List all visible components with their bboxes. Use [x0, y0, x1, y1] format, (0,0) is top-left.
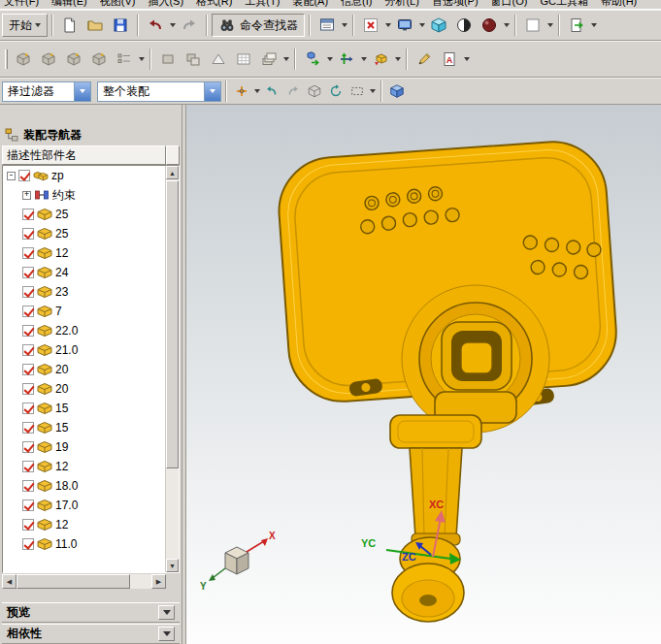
- checkbox-checked[interactable]: [22, 325, 34, 337]
- tree-label[interactable]: 12: [55, 518, 68, 531]
- menu-preferences[interactable]: 首选项(P): [432, 0, 479, 9]
- scroll-thumb[interactable]: [17, 574, 130, 589]
- open-file-button[interactable]: [83, 13, 108, 38]
- scroll-right-icon[interactable]: ▶: [151, 574, 166, 589]
- selection-scope-combo[interactable]: 整个装配: [97, 81, 221, 102]
- component-list-button[interactable]: [112, 47, 137, 72]
- tree-row[interactable]: 24: [3, 263, 165, 282]
- tree-row[interactable]: 12: [3, 243, 165, 263]
- tree-label[interactable]: 15: [55, 402, 68, 415]
- checkbox-checked[interactable]: [22, 209, 34, 220]
- menu-tools[interactable]: 工具(T): [245, 0, 280, 9]
- tree-vertical-scrollbar[interactable]: ▲ ▼: [165, 166, 179, 572]
- datum-plane-button[interactable]: [206, 47, 231, 72]
- menu-format[interactable]: 格式(R): [196, 0, 232, 9]
- menu-view[interactable]: 视图(V): [100, 0, 136, 9]
- move-component-button[interactable]: [334, 47, 359, 72]
- wireframe-cube-button[interactable]: [304, 80, 325, 102]
- render-style-button[interactable]: [451, 13, 477, 38]
- tree-label[interactable]: 19: [55, 440, 68, 454]
- add-component-button[interactable]: [300, 47, 325, 72]
- checkbox-checked[interactable]: [22, 383, 34, 395]
- column-header-part-name[interactable]: 描述性部件名: [2, 145, 166, 165]
- tree-label[interactable]: 25: [55, 208, 68, 221]
- selection-filter-dropdown[interactable]: [74, 82, 90, 101]
- snap-point-dropdown[interactable]: [252, 79, 261, 104]
- tree-row[interactable]: 21.0: [3, 340, 165, 360]
- show-component-button[interactable]: [61, 47, 86, 72]
- viewport-canvas[interactable]: XC YC ZC X Y: [186, 105, 661, 644]
- checkbox-checked[interactable]: [22, 286, 34, 298]
- preview-expand-button[interactable]: [158, 605, 175, 620]
- rectangle-select-button[interactable]: [347, 80, 368, 102]
- undo-button[interactable]: [143, 13, 168, 38]
- display-window-button[interactable]: [392, 13, 417, 38]
- empty-style-dropdown[interactable]: [545, 13, 554, 38]
- tree-row[interactable]: 22.0: [3, 321, 165, 340]
- tree-row-root[interactable]: - zp: [3, 166, 165, 185]
- menu-assembly[interactable]: 装配(A): [292, 0, 328, 9]
- tree-row[interactable]: 12: [3, 515, 165, 534]
- rectangle-select-dropdown[interactable]: [368, 79, 377, 104]
- shaded-view-button[interactable]: [426, 13, 451, 38]
- find-component-button[interactable]: [11, 47, 36, 72]
- tree-label[interactable]: 18.0: [55, 479, 78, 493]
- tree-label[interactable]: 24: [55, 266, 68, 279]
- menu-file[interactable]: 文件(F): [4, 0, 39, 9]
- tree-row[interactable]: 7: [3, 302, 165, 321]
- save-button[interactable]: [108, 13, 133, 38]
- tree-row-constraints[interactable]: + 约束: [3, 185, 165, 205]
- close-view-button[interactable]: [358, 13, 383, 38]
- menu-help[interactable]: 帮助(H): [601, 0, 637, 9]
- new-file-button[interactable]: [57, 13, 83, 38]
- tree-row[interactable]: 15: [3, 399, 165, 418]
- tree-horizontal-scrollbar[interactable]: ◀ ▶: [2, 574, 180, 589]
- checkbox-checked[interactable]: [22, 499, 34, 511]
- checkbox-checked[interactable]: [22, 538, 34, 550]
- tree-label[interactable]: 11.0: [55, 537, 77, 551]
- exploded-view-button[interactable]: [155, 47, 181, 72]
- display-window-dropdown[interactable]: [417, 13, 426, 38]
- annotation-button[interactable]: A: [437, 47, 462, 72]
- tree-label-constraints[interactable]: 约束: [52, 187, 76, 204]
- graphics-viewport[interactable]: XC YC ZC X Y: [186, 105, 661, 644]
- component-list-dropdown[interactable]: [137, 47, 146, 72]
- add-component-dropdown[interactable]: [325, 47, 334, 72]
- datum-csys[interactable]: X Y: [200, 531, 276, 592]
- dependency-section-bar[interactable]: 相依性: [2, 624, 180, 644]
- layers-button[interactable]: [256, 47, 281, 72]
- checkbox-checked[interactable]: [22, 402, 34, 414]
- snap-point-button[interactable]: [231, 80, 252, 102]
- grid-button[interactable]: [231, 47, 256, 72]
- menu-window[interactable]: 窗口(O): [491, 0, 528, 9]
- tree-label[interactable]: 20: [55, 363, 68, 376]
- tree-row[interactable]: 25: [3, 224, 165, 243]
- menu-gc-toolbox[interactable]: GC工具箱: [540, 0, 588, 9]
- sequence-button[interactable]: [181, 47, 206, 72]
- tree-row[interactable]: 23: [3, 282, 165, 302]
- export-dropdown[interactable]: [589, 13, 598, 38]
- window-layout-dropdown[interactable]: [340, 13, 348, 38]
- checkbox-checked[interactable]: [22, 480, 34, 492]
- hide-component-button[interactable]: [86, 47, 112, 72]
- scroll-left-icon[interactable]: ◀: [2, 574, 17, 589]
- tree-label[interactable]: 25: [55, 227, 68, 241]
- menu-edit[interactable]: 编辑(E): [51, 0, 87, 9]
- checkbox-checked[interactable]: [22, 519, 34, 531]
- checkbox-checked[interactable]: [18, 170, 30, 181]
- empty-style-button[interactable]: [520, 13, 545, 38]
- wave-link-button[interactable]: [368, 47, 393, 72]
- scroll-up-icon[interactable]: ▲: [166, 166, 179, 179]
- scroll-down-icon[interactable]: ▼: [166, 559, 179, 572]
- window-layout-button[interactable]: [314, 13, 340, 38]
- checkbox-checked[interactable]: [22, 247, 34, 259]
- tree-label[interactable]: 7: [55, 305, 62, 318]
- undo-dropdown[interactable]: [168, 13, 177, 38]
- scroll-thumb[interactable]: [166, 180, 179, 468]
- tree-row[interactable]: 25: [3, 205, 165, 224]
- tree-label-root[interactable]: zp: [51, 169, 64, 182]
- tree-row[interactable]: 11.0: [3, 534, 165, 554]
- preview-section-bar[interactable]: 预览: [2, 602, 180, 623]
- material-dropdown[interactable]: [502, 13, 511, 38]
- tree-row[interactable]: 19: [3, 437, 165, 457]
